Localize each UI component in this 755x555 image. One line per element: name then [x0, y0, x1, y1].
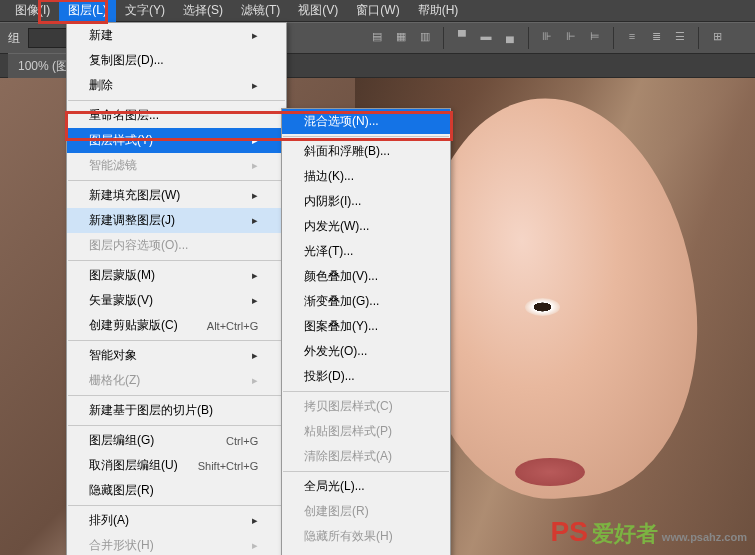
menu-item[interactable]: 复制图层(D)...	[67, 48, 286, 73]
distribute-v-icon[interactable]: ⊨	[586, 27, 604, 45]
menu-filter[interactable]: 滤镜(T)	[232, 0, 289, 22]
menu-item[interactable]: 创建剪贴蒙版(C)Alt+Ctrl+G	[67, 313, 286, 338]
menu-item-label: 内发光(W)...	[304, 218, 369, 235]
menu-layer[interactable]: 图层(L)	[59, 0, 116, 22]
menu-item[interactable]: 重命名图层...	[67, 103, 286, 128]
distribute-hc-icon[interactable]: ⊩	[562, 27, 580, 45]
menu-item[interactable]: 渐变叠加(G)...	[282, 289, 450, 314]
menu-item: 清除图层样式(A)	[282, 444, 450, 469]
menu-item[interactable]: 新建	[67, 23, 286, 48]
menu-window[interactable]: 窗口(W)	[347, 0, 408, 22]
menu-select[interactable]: 选择(S)	[174, 0, 232, 22]
menu-item-label: 取消图层编组(U)	[89, 457, 178, 474]
menu-separator	[68, 100, 285, 101]
align-bottom-icon[interactable]: ▄	[501, 27, 519, 45]
menu-item-label: 新建填充图层(W)	[89, 187, 180, 204]
menu-item-label: 新建基于图层的切片(B)	[89, 402, 213, 419]
menu-separator	[283, 471, 449, 472]
watermark-url: www.psahz.com	[662, 531, 747, 543]
menu-item[interactable]: 光泽(T)...	[282, 239, 450, 264]
menu-separator	[68, 260, 285, 261]
photo-lips	[515, 458, 585, 486]
menu-item-label: 智能滤镜	[89, 157, 137, 174]
menu-item-label: 拷贝图层样式(C)	[304, 398, 393, 415]
menu-item-label: 创建剪贴蒙版(C)	[89, 317, 178, 334]
align-right-icon[interactable]: ▥	[416, 27, 434, 45]
separator	[613, 27, 614, 49]
menu-item-label: 重命名图层...	[89, 107, 159, 124]
menu-item: 拷贝图层样式(C)	[282, 394, 450, 419]
menu-item[interactable]: 智能对象	[67, 343, 286, 368]
menu-item[interactable]: 内阴影(I)...	[282, 189, 450, 214]
menu-item: 隐藏所有效果(H)	[282, 524, 450, 549]
separator	[528, 27, 529, 49]
menu-item[interactable]: 删除	[67, 73, 286, 98]
menu-item-label: 描边(K)...	[304, 168, 354, 185]
menu-shortcut: Ctrl+G	[226, 435, 258, 447]
photo-eye	[525, 298, 560, 316]
menu-item[interactable]: 混合选项(N)...	[282, 109, 450, 134]
menu-help[interactable]: 帮助(H)	[409, 0, 468, 22]
distribute-vc-icon[interactable]: ≣	[647, 27, 665, 45]
menu-item-label: 栅格化(Z)	[89, 372, 140, 389]
menu-item[interactable]: 新建填充图层(W)	[67, 183, 286, 208]
distribute-h-icon[interactable]: ⊪	[538, 27, 556, 45]
menubar: 图像(I) 图层(L) 文字(Y) 选择(S) 滤镜(T) 视图(V) 窗口(W…	[0, 0, 755, 22]
menu-shortcut: Shift+Ctrl+G	[198, 460, 259, 472]
menu-item-label: 清除图层样式(A)	[304, 448, 392, 465]
menu-separator	[68, 425, 285, 426]
menu-item-label: 全局光(L)...	[304, 478, 365, 495]
menu-item[interactable]: 投影(D)...	[282, 364, 450, 389]
menu-separator	[68, 395, 285, 396]
menu-item-label: 图层样式(Y)	[89, 132, 153, 149]
menu-item[interactable]: 外发光(O)...	[282, 339, 450, 364]
menu-item[interactable]: 新建调整图层(J)	[67, 208, 286, 233]
menu-item[interactable]: 斜面和浮雕(B)...	[282, 139, 450, 164]
menu-item[interactable]: 图层编组(G)Ctrl+G	[67, 428, 286, 453]
menu-item[interactable]: 取消图层编组(U)Shift+Ctrl+G	[67, 453, 286, 478]
menu-item-label: 新建	[89, 27, 113, 44]
menu-item: 创建图层(R)	[282, 499, 450, 524]
menu-item-label: 内阴影(I)...	[304, 193, 361, 210]
menu-item[interactable]: 颜色叠加(V)...	[282, 264, 450, 289]
menu-item: 粘贴图层样式(P)	[282, 419, 450, 444]
menu-item[interactable]: 矢量蒙版(V)	[67, 288, 286, 313]
menu-item[interactable]: 图层样式(Y)	[67, 128, 286, 153]
menu-view[interactable]: 视图(V)	[289, 0, 347, 22]
menu-item[interactable]: 图案叠加(Y)...	[282, 314, 450, 339]
menu-item-label: 隐藏图层(R)	[89, 482, 154, 499]
group-label: 组	[8, 30, 20, 47]
separator	[698, 27, 699, 49]
menu-item-label: 粘贴图层样式(P)	[304, 423, 392, 440]
menu-item-label: 颜色叠加(V)...	[304, 268, 378, 285]
menu-text[interactable]: 文字(Y)	[116, 0, 174, 22]
menu-item: 合并形状(H)	[67, 533, 286, 555]
menu-item-label: 排列(A)	[89, 512, 129, 529]
menu-item[interactable]: 排列(A)	[67, 508, 286, 533]
layer-style-submenu: 混合选项(N)...斜面和浮雕(B)...描边(K)...内阴影(I)...内发…	[281, 108, 451, 555]
menu-item[interactable]: 内发光(W)...	[282, 214, 450, 239]
align-left-icon[interactable]: ▤	[368, 27, 386, 45]
distribute-spacing-icon[interactable]: ⊞	[708, 27, 726, 45]
menu-item-label: 图层编组(G)	[89, 432, 154, 449]
menu-item[interactable]: 描边(K)...	[282, 164, 450, 189]
menu-item[interactable]: 图层蒙版(M)	[67, 263, 286, 288]
align-center-icon[interactable]: ▦	[392, 27, 410, 45]
align-middle-icon[interactable]: ▬	[477, 27, 495, 45]
menu-item[interactable]: 缩放效果(F)...	[282, 549, 450, 555]
distribute-bottom-icon[interactable]: ☰	[671, 27, 689, 45]
menu-image[interactable]: 图像(I)	[6, 0, 59, 22]
menu-item[interactable]: 全局光(L)...	[282, 474, 450, 499]
watermark-text: 爱好者	[592, 519, 658, 549]
menu-item[interactable]: 新建基于图层的切片(B)	[67, 398, 286, 423]
menu-item[interactable]: 隐藏图层(R)	[67, 478, 286, 503]
distribute-top-icon[interactable]: ≡	[623, 27, 641, 45]
watermark: PS 爱好者 www.psahz.com	[550, 516, 747, 549]
menu-item-label: 智能对象	[89, 347, 137, 364]
menu-item-label: 复制图层(D)...	[89, 52, 164, 69]
separator	[443, 27, 444, 49]
menu-item-label: 外发光(O)...	[304, 343, 367, 360]
menu-separator	[68, 340, 285, 341]
menu-item-label: 光泽(T)...	[304, 243, 353, 260]
align-top-icon[interactable]: ▀	[453, 27, 471, 45]
